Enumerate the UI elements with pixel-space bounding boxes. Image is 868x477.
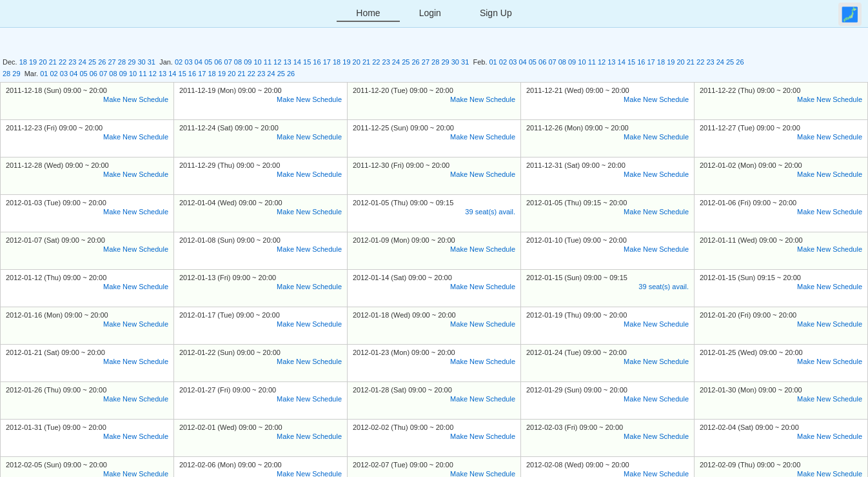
make-new-schedule-link[interactable]: Make New Schedule	[179, 96, 342, 103]
date-mar-13[interactable]: 13	[159, 70, 166, 77]
date-mar-04[interactable]: 04	[70, 70, 77, 77]
make-new-schedule-link[interactable]: Make New Schedule	[526, 395, 689, 403]
make-new-schedule-link[interactable]: Make New Schedule	[179, 358, 342, 365]
make-new-schedule-link[interactable]: Make New Schedule	[526, 96, 689, 103]
date-feb-21[interactable]: 21	[687, 58, 695, 66]
make-new-schedule-link[interactable]: Make New Schedule	[526, 358, 689, 365]
date-feb-08[interactable]: 08	[558, 58, 566, 66]
make-new-schedule-link[interactable]: Make New Schedule	[526, 133, 689, 141]
date-jan-04[interactable]: 04	[195, 58, 202, 66]
date-mar-22[interactable]: 22	[248, 70, 255, 77]
make-new-schedule-link[interactable]: Make New Schedule	[700, 320, 862, 328]
make-new-schedule-link[interactable]: Make New Schedule	[6, 245, 168, 253]
date-mar-08[interactable]: 08	[109, 70, 117, 77]
date-jan-06[interactable]: 06	[214, 58, 222, 66]
make-new-schedule-link[interactable]: Make New Schedule	[526, 170, 689, 178]
make-new-schedule-link[interactable]: Make New Schedule	[179, 395, 342, 403]
date-feb-23[interactable]: 23	[706, 58, 714, 66]
date-feb-28[interactable]: 28	[3, 70, 10, 77]
date-jan-28[interactable]: 28	[431, 58, 439, 66]
make-new-schedule-link[interactable]: Make New Schedule	[179, 283, 342, 290]
date-feb-06[interactable]: 06	[538, 58, 546, 66]
date-jan-24[interactable]: 24	[392, 58, 400, 66]
date-jan-18[interactable]: 18	[333, 58, 340, 66]
make-new-schedule-link[interactable]: Make New Schedule	[700, 283, 862, 290]
date-mar-09[interactable]: 09	[119, 70, 127, 77]
date-jan-11[interactable]: 11	[264, 58, 271, 66]
date-mar-26[interactable]: 26	[287, 70, 295, 77]
date-feb-11[interactable]: 11	[588, 58, 596, 66]
make-new-schedule-link[interactable]: Make New Schedule	[353, 358, 515, 365]
date-feb-17[interactable]: 17	[647, 58, 655, 66]
date-jan-02[interactable]: 02	[175, 58, 182, 66]
date-jan-23[interactable]: 23	[382, 58, 390, 66]
date-jan-21[interactable]: 21	[362, 58, 370, 66]
date-mar-02[interactable]: 02	[50, 70, 57, 77]
date-feb-25[interactable]: 25	[726, 58, 734, 66]
make-new-schedule-link[interactable]: Make New Schedule	[353, 320, 515, 328]
date-jan-08[interactable]: 08	[234, 58, 242, 66]
date-mar-21[interactable]: 21	[237, 70, 245, 77]
date-jan-20[interactable]: 20	[353, 58, 360, 66]
date-feb-26[interactable]: 26	[736, 58, 744, 66]
date-jan-29[interactable]: 29	[441, 58, 449, 66]
date-mar-12[interactable]: 12	[149, 70, 157, 77]
date-jan-15[interactable]: 15	[303, 58, 311, 66]
date-mar-16[interactable]: 16	[188, 70, 196, 77]
date-feb-16[interactable]: 16	[637, 58, 645, 66]
date-jan-14[interactable]: 14	[293, 58, 301, 66]
date-mar-15[interactable]: 15	[179, 70, 186, 77]
date-jan-13[interactable]: 13	[283, 58, 291, 66]
date-jan-26[interactable]: 26	[411, 58, 419, 66]
date-dec-18[interactable]: 18	[19, 58, 27, 66]
make-new-schedule-link[interactable]: Make New Schedule	[353, 133, 515, 141]
date-jan-19[interactable]: 19	[342, 58, 350, 66]
date-dec-30[interactable]: 30	[137, 58, 145, 66]
make-new-schedule-link[interactable]: Make New Schedule	[526, 245, 689, 253]
date-jan-22[interactable]: 22	[372, 58, 380, 66]
make-new-schedule-link[interactable]: Make New Schedule	[6, 133, 168, 141]
date-feb-14[interactable]: 14	[618, 58, 626, 66]
date-mar-19[interactable]: 19	[218, 70, 226, 77]
date-mar-07[interactable]: 07	[99, 70, 107, 77]
date-mar-20[interactable]: 20	[228, 70, 235, 77]
date-feb-02[interactable]: 02	[499, 58, 507, 66]
date-feb-04[interactable]: 04	[518, 58, 526, 66]
date-feb-15[interactable]: 15	[627, 58, 635, 66]
date-jan-30[interactable]: 30	[451, 58, 459, 66]
make-new-schedule-link[interactable]: Make New Schedule	[353, 245, 515, 253]
date-feb-07[interactable]: 07	[548, 58, 556, 66]
date-feb-01[interactable]: 01	[489, 58, 497, 66]
make-new-schedule-link[interactable]: Make New Schedule	[179, 470, 342, 477]
date-mar-24[interactable]: 24	[267, 70, 275, 77]
date-jan-07[interactable]: 07	[224, 58, 232, 66]
make-new-schedule-link[interactable]: Make New Schedule	[6, 358, 168, 365]
date-feb-09[interactable]: 09	[568, 58, 576, 66]
date-dec-25[interactable]: 25	[88, 58, 96, 66]
date-feb-03[interactable]: 03	[509, 58, 517, 66]
make-new-schedule-link[interactable]: Make New Schedule	[179, 133, 342, 141]
date-feb-29[interactable]: 29	[12, 70, 20, 77]
make-new-schedule-link[interactable]: Make New Schedule	[700, 432, 862, 440]
date-dec-28[interactable]: 28	[118, 58, 126, 66]
make-new-schedule-link[interactable]: Make New Schedule	[6, 432, 168, 440]
date-jan-27[interactable]: 27	[422, 58, 429, 66]
date-mar-17[interactable]: 17	[198, 70, 206, 77]
make-new-schedule-link[interactable]: Make New Schedule	[353, 96, 515, 103]
date-jan-03[interactable]: 03	[184, 58, 192, 66]
make-new-schedule-link[interactable]: Make New Schedule	[179, 208, 342, 216]
make-new-schedule-link[interactable]: Make New Schedule	[526, 208, 689, 216]
date-mar-03[interactable]: 03	[60, 70, 68, 77]
make-new-schedule-link[interactable]: Make New Schedule	[353, 432, 515, 440]
date-dec-26[interactable]: 26	[98, 58, 106, 66]
make-new-schedule-link[interactable]: Make New Schedule	[6, 170, 168, 178]
make-new-schedule-link[interactable]: Make New Schedule	[526, 470, 689, 477]
make-new-schedule-link[interactable]: Make New Schedule	[700, 96, 862, 103]
date-jan-10[interactable]: 10	[253, 58, 261, 66]
date-jan-05[interactable]: 05	[204, 58, 212, 66]
date-feb-20[interactable]: 20	[676, 58, 684, 66]
make-new-schedule-link[interactable]: Make New Schedule	[6, 96, 168, 103]
date-dec-20[interactable]: 20	[39, 58, 46, 66]
date-mar-18[interactable]: 18	[208, 70, 215, 77]
make-new-schedule-link[interactable]: Make New Schedule	[179, 432, 342, 440]
